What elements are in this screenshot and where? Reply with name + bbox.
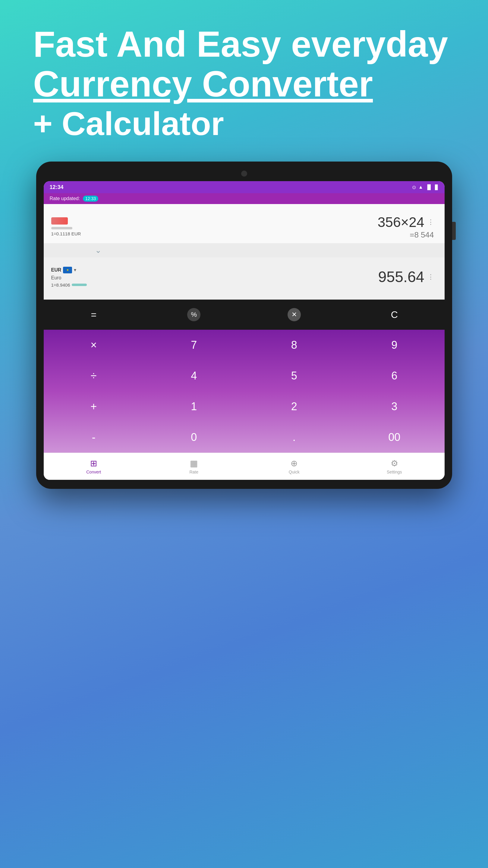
top-flag-row <box>51 217 102 224</box>
status-icons: ⊙ ▲ ▐▌ ▊ <box>412 184 438 190</box>
btn-9[interactable]: 9 <box>344 330 445 361</box>
bottom-currency-row: EUR ★ ▾ Euro 1=8.9406 955.64 ⋮ <box>50 260 438 293</box>
bottom-rate-text: 1=8.9406 <box>51 282 70 287</box>
clear-button[interactable]: C <box>344 300 445 330</box>
bottom-currency-right: 955.64 ⋮ <box>104 260 438 293</box>
equals-button[interactable]: = <box>44 300 144 330</box>
top-rate-text: 1=0.1118 EUR <box>51 231 102 236</box>
currency-dropdown-arrow[interactable]: ▾ <box>74 267 76 273</box>
top-more-icon[interactable]: ⋮ <box>427 218 434 226</box>
top-currency-row: 1=0.1118 EUR 356×24 ⋮ =8 544 <box>50 210 438 243</box>
eu-flag: ★ <box>63 267 72 273</box>
btn-3[interactable]: 3 <box>344 391 445 422</box>
settings-icon: ⚙ <box>391 458 398 468</box>
signal-icon: ▐▌ <box>426 184 432 190</box>
nav-quick-label: Quick <box>289 470 300 474</box>
top-result: =8 544 <box>409 230 434 240</box>
percent-button[interactable]: % <box>144 300 244 330</box>
btn-7[interactable]: 7 <box>144 330 244 361</box>
nav-convert-label: Convert <box>86 470 101 474</box>
bottom-rate-row: 1=8.9406 <box>51 282 102 287</box>
btn-4[interactable]: 4 <box>144 361 244 391</box>
calc-purple-grid: × 7 8 9 ÷ 4 5 6 + 1 2 3 - 0 . 00 <box>44 330 445 453</box>
bottom-currency-section: EUR ★ ▾ Euro 1=8.9406 955.64 ⋮ <box>44 257 445 300</box>
rate-icon: ▦ <box>190 458 198 468</box>
bottom-amount: 955.64 <box>378 268 424 286</box>
top-currency-right: 356×24 ⋮ =8 544 <box>104 210 438 243</box>
nav-settings[interactable]: ⚙ Settings <box>344 456 445 477</box>
status-indicator-icon: ⊙ <box>412 184 416 190</box>
multiply-button[interactable]: × <box>44 330 144 361</box>
nav-settings-label: Settings <box>387 470 402 474</box>
btn-decimal[interactable]: . <box>244 422 344 453</box>
bottom-more-icon[interactable]: ⋮ <box>427 273 434 281</box>
btn-5[interactable]: 5 <box>244 361 344 391</box>
subtract-button[interactable]: - <box>44 422 144 453</box>
rate-updated-label: Rate updated: <box>50 196 80 201</box>
headline-line3: + Calculator <box>33 104 455 144</box>
tablet-camera <box>241 170 247 177</box>
headline-line2: Currency Converter <box>33 64 455 104</box>
btn-8[interactable]: 8 <box>244 330 344 361</box>
top-amount-row: 356×24 ⋮ <box>378 214 434 230</box>
bottom-currency-code: EUR <box>51 267 61 273</box>
bottom-currency-left: EUR ★ ▾ Euro 1=8.9406 <box>50 260 104 293</box>
quick-icon: ⊕ <box>291 458 298 468</box>
tablet-screen: 12:34 ⊙ ▲ ▐▌ ▊ Rate updated: 12:33 <box>44 181 445 480</box>
calc-dark-row: = % ✕ C <box>44 300 445 330</box>
nav-rate-label: Rate <box>189 470 199 474</box>
battery-icon: ▊ <box>435 184 438 190</box>
nav-convert[interactable]: ⊞ Convert <box>44 456 144 477</box>
btn-2[interactable]: 2 <box>244 391 344 422</box>
convert-icon: ⊞ <box>90 458 97 468</box>
btn-1[interactable]: 1 <box>144 391 244 422</box>
headline-line1: Fast And Easy everyday <box>33 24 455 64</box>
add-button[interactable]: + <box>44 391 144 422</box>
tablet-button-right <box>452 222 456 240</box>
nav-rate[interactable]: ▦ Rate <box>144 456 244 477</box>
bottom-currency-name: Euro <box>51 275 102 281</box>
btn-0[interactable]: 0 <box>144 422 244 453</box>
app-header: Rate updated: 12:33 <box>44 193 445 204</box>
tablet-device: 12:34 ⊙ ▲ ▐▌ ▊ Rate updated: 12:33 <box>36 161 452 489</box>
top-currency-section: 1=0.1118 EUR 356×24 ⋮ =8 544 <box>44 204 445 243</box>
bottom-flag-row: EUR ★ ▾ <box>51 267 102 273</box>
bottom-rate-bar <box>72 284 87 286</box>
status-time: 12:34 <box>50 184 64 190</box>
chevron-down-icon[interactable]: ⌄ <box>95 246 101 255</box>
top-flag <box>51 217 68 224</box>
wifi-icon: ▲ <box>418 184 423 190</box>
top-rate-bar <box>51 227 72 229</box>
nav-quick[interactable]: ⊕ Quick <box>244 456 344 477</box>
divide-button[interactable]: ÷ <box>44 361 144 391</box>
status-bar: 12:34 ⊙ ▲ ▐▌ ▊ <box>44 181 445 193</box>
btn-double-zero[interactable]: 00 <box>344 422 445 453</box>
headline-section: Fast And Easy everyday Currency Converte… <box>18 24 470 144</box>
top-amount: 356×24 <box>378 214 424 230</box>
top-currency-left: 1=0.1118 EUR <box>50 210 104 243</box>
divider-row: ⌄ <box>44 243 445 257</box>
backspace-button[interactable]: ✕ <box>244 300 344 330</box>
bottom-nav: ⊞ Convert ▦ Rate ⊕ Quick ⚙ Settings <box>44 453 445 480</box>
btn-6[interactable]: 6 <box>344 361 445 391</box>
rate-time-badge: 12:33 <box>83 195 98 202</box>
